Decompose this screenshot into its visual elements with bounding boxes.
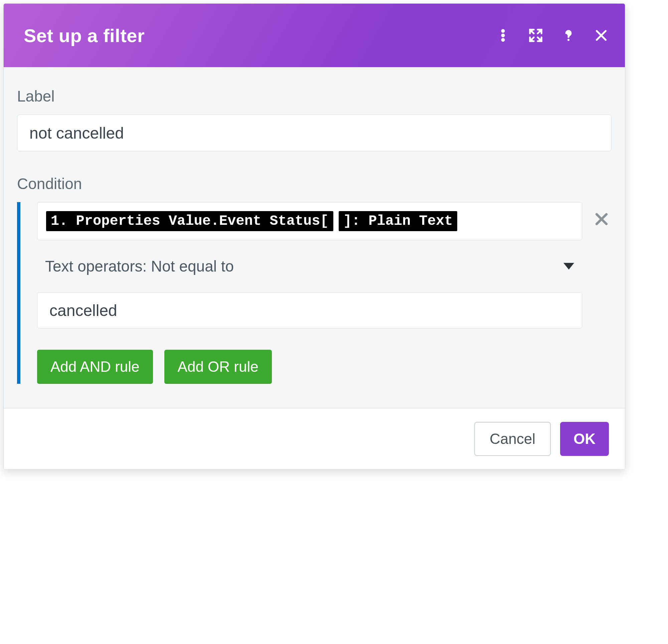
modal-footer: Cancel OK — [4, 408, 625, 469]
label-input[interactable] — [17, 115, 611, 151]
modal-title: Set up a filter — [24, 25, 145, 46]
operator-select-label: Text operators: Not equal to — [45, 257, 234, 275]
header-toolbar — [495, 28, 609, 43]
close-icon[interactable] — [593, 28, 609, 43]
operator-select[interactable]: Text operators: Not equal to — [37, 250, 582, 282]
condition-section-title: Condition — [17, 175, 611, 193]
label-section-title: Label — [17, 87, 611, 105]
more-options-icon[interactable] — [495, 28, 511, 43]
add-and-rule-button[interactable]: Add AND rule — [37, 350, 153, 384]
help-icon[interactable] — [561, 28, 576, 43]
svg-point-1 — [501, 34, 504, 37]
expand-icon[interactable] — [528, 28, 543, 43]
expression-token: ]: Plain Text — [339, 211, 458, 231]
expression-token: 1. Properties Value.Event Status[ — [46, 211, 333, 231]
filter-modal: Set up a filter — [3, 3, 625, 470]
remove-rule-icon[interactable] — [593, 211, 610, 227]
modal-header: Set up a filter — [4, 4, 625, 67]
modal-body: Label Condition 1. Properties Value.Even… — [4, 67, 625, 408]
svg-point-2 — [501, 39, 504, 41]
cancel-button[interactable]: Cancel — [474, 422, 551, 456]
condition-expression-input[interactable]: 1. Properties Value.Event Status[ ]: Pla… — [37, 202, 582, 240]
condition-rule: 1. Properties Value.Event Status[ ]: Pla… — [17, 202, 611, 384]
chevron-down-icon — [563, 263, 574, 270]
svg-point-3 — [567, 39, 570, 41]
add-or-rule-button[interactable]: Add OR rule — [164, 350, 272, 384]
svg-point-0 — [501, 29, 504, 32]
ok-button[interactable]: OK — [560, 422, 609, 456]
condition-value-input[interactable] — [37, 292, 582, 328]
